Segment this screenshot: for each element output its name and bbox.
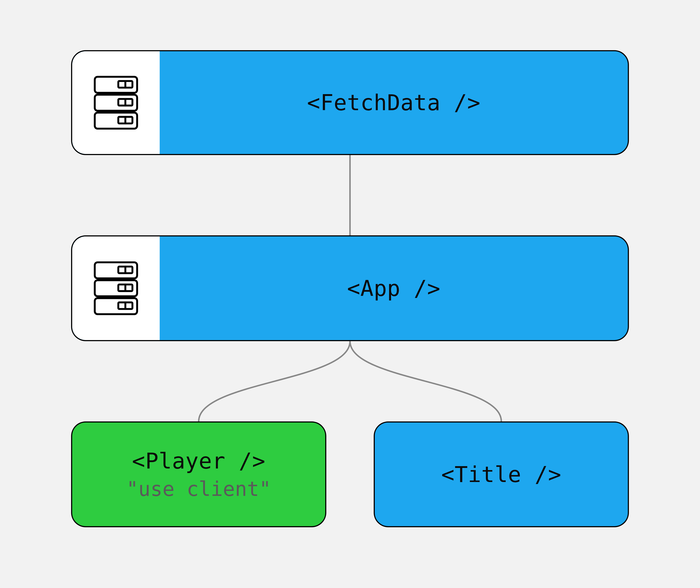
server-icon	[92, 260, 140, 317]
node-fetchdata: <FetchData />	[71, 50, 629, 155]
node-player-label: <Player />	[132, 448, 265, 474]
node-label-area: <App />	[160, 236, 628, 340]
node-fetchdata-label: <FetchData />	[307, 90, 481, 115]
server-icon-badge	[72, 51, 160, 154]
node-label-area: <Player /> "use client"	[72, 423, 325, 526]
node-label-area: <Title />	[375, 423, 628, 526]
diagram-stage: <FetchData />	[0, 0, 700, 588]
node-title: <Title />	[374, 422, 629, 527]
server-icon-badge	[72, 236, 160, 340]
node-app-label: <App />	[347, 276, 441, 301]
node-player-directive: "use client"	[126, 477, 271, 501]
server-icon	[92, 74, 140, 131]
node-label-area: <FetchData />	[160, 51, 628, 154]
node-title-label: <Title />	[441, 462, 561, 487]
node-player: <Player /> "use client"	[71, 422, 326, 527]
node-app: <App />	[71, 235, 629, 341]
